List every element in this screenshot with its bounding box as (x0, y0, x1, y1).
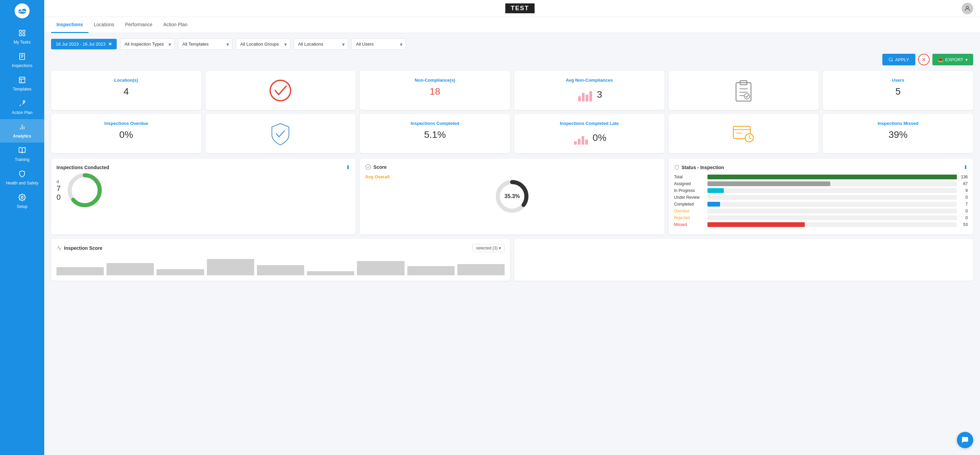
inspection-score-card: Inspection Score selected (3) ▾ (51, 239, 510, 281)
status-bar-fill-assigned (708, 181, 830, 186)
status-download-icon[interactable]: ⬇ (963, 164, 968, 170)
tab-inspections[interactable]: Inspections (51, 17, 89, 33)
status-row-completed: Completed 7 (674, 202, 968, 207)
inspection-types-select[interactable]: All Inspection Types (120, 38, 175, 50)
stat-completed-late-label: Inspections Completed Late (520, 121, 659, 126)
score-icon (365, 164, 371, 170)
export-button[interactable]: 📥 EXPORT ▾ (932, 54, 973, 65)
svg-rect-25 (585, 95, 588, 102)
stat-check-card (205, 71, 356, 110)
user-avatar[interactable] (962, 3, 973, 14)
stat-completed: Inspections Completed 5.1% (360, 114, 510, 153)
bar-8 (407, 266, 455, 275)
users-wrapper: All Users (352, 38, 406, 50)
templates-icon (18, 76, 26, 86)
bar-1 (56, 267, 104, 275)
stat-missed-label: Inspections Missed (828, 121, 968, 126)
bar-2 (107, 263, 154, 275)
status-row-under-review: Under Review 0 (674, 195, 968, 200)
setup-icon (18, 194, 26, 203)
tab-locations[interactable]: Locations (89, 17, 120, 33)
svg-point-19 (966, 6, 969, 8)
action-plan-icon (18, 100, 26, 109)
conducted-download-icon[interactable]: ⬇ (346, 164, 350, 170)
sidebar-item-setup[interactable]: Setup (0, 189, 44, 213)
date-range-text: 16 Jul 2023 - 16 Jul 2023 (56, 41, 105, 47)
placeholder-card (514, 239, 973, 281)
sidebar-item-templates[interactable]: Templates (0, 72, 44, 95)
svg-point-14 (23, 101, 25, 103)
sidebar-item-label: Inspections (12, 63, 33, 68)
sidebar-item-label: Setup (17, 204, 27, 209)
status-title: Status - Inspection (674, 165, 724, 170)
date-range-close[interactable]: ✕ (108, 41, 112, 47)
sidebar-item-inspections[interactable]: Inspections (0, 49, 44, 72)
tab-action-plan[interactable]: Action Plan (158, 17, 193, 33)
users-select[interactable]: All Users (352, 38, 406, 50)
conducted-card: Inspections Conducted ⬇ d 7 0 (51, 159, 356, 234)
stat-non-compliance-label: Non-Compliance(s) (365, 78, 504, 83)
sidebar-item-action-plan[interactable]: Action Plan (0, 95, 44, 119)
status-bar-fill-completed (708, 202, 720, 207)
svg-rect-23 (578, 96, 581, 102)
svg-point-22 (270, 80, 291, 101)
bottom-section: Inspection Score selected (3) ▾ (51, 239, 973, 281)
sidebar-item-training[interactable]: Training (0, 143, 44, 166)
app-brand: TEST (505, 3, 535, 13)
bar-5 (257, 265, 304, 275)
main-content: TEST Inspections Locations Performance A… (44, 0, 980, 455)
stat-avg-non-compliance-label: Avg Non-Compliances (520, 78, 659, 83)
conducted-label-1: d (56, 179, 59, 184)
tab-performance[interactable]: Performance (120, 17, 158, 33)
stat-card-clock (669, 114, 819, 153)
templates-select[interactable]: All Templates (178, 38, 232, 50)
svg-rect-5 (19, 34, 21, 36)
card-clock-icon (732, 124, 756, 144)
stat-users-label: Users (828, 78, 968, 83)
bar-4 (207, 259, 254, 275)
bar-7 (357, 261, 404, 275)
sidebar-item-analytics[interactable]: Analytics (0, 119, 44, 143)
stat-overdue-value: 0% (56, 129, 196, 140)
status-row-assigned: Assigned 67 (674, 181, 968, 186)
sidebar: My Tasks Inspections Templates Action Pl… (0, 0, 44, 455)
stats-row-2: Inspections Overdue 0% Inspections Compl… (51, 114, 973, 153)
selected-badge[interactable]: selected (3) ▾ (472, 244, 504, 252)
training-icon (18, 147, 26, 156)
apply-button[interactable]: APPLY (882, 54, 915, 65)
selected-label: selected (3) (476, 246, 498, 250)
location-groups-select[interactable]: All Location Groups (236, 38, 290, 50)
score-title: Score (365, 164, 387, 170)
status-bar-fill-missed (708, 222, 805, 227)
svg-rect-36 (585, 140, 588, 145)
reset-button[interactable]: ✕ (918, 54, 930, 65)
status-row-in-progress: In Progress 9 (674, 188, 968, 193)
stat-locations: Location(s) 4 (51, 71, 202, 110)
status-row-overdue: Overdue 0 (674, 208, 968, 213)
status-row-total: Total 136 (674, 175, 968, 179)
date-range-badge[interactable]: 16 Jul 2023 - 16 Jul 2023 ✕ (51, 39, 117, 49)
inspection-score-title: Inspection Score (56, 245, 102, 251)
locations-select[interactable]: All Locations (294, 38, 348, 50)
bar-6 (307, 271, 354, 275)
sidebar-item-my-tasks[interactable]: My Tasks (0, 25, 44, 49)
export-icon: 📥 (938, 57, 943, 62)
status-icon (674, 165, 679, 170)
svg-point-18 (21, 196, 23, 199)
shield-icon (270, 122, 291, 146)
stats-row-1: Location(s) 4 Non-Compliance(s) 18 Avg N… (51, 71, 973, 110)
svg-point-45 (366, 165, 371, 170)
stat-users: Users 5 (823, 71, 973, 110)
stat-missed-value: 39% (828, 129, 968, 140)
svg-rect-34 (578, 139, 581, 145)
sidebar-item-label: Training (15, 157, 30, 162)
health-safety-icon (18, 170, 26, 179)
chat-bubble[interactable] (957, 432, 973, 448)
nav-tabs: Inspections Locations Performance Action… (44, 17, 980, 33)
stat-completed-label: Inspections Completed (365, 121, 504, 126)
stat-completed-late-value: 0% (593, 132, 606, 143)
svg-rect-4 (23, 30, 25, 32)
sidebar-item-health-safety[interactable]: Health and Safety (0, 166, 44, 189)
sidebar-item-label: Health and Safety (6, 181, 38, 186)
svg-point-20 (889, 58, 892, 61)
